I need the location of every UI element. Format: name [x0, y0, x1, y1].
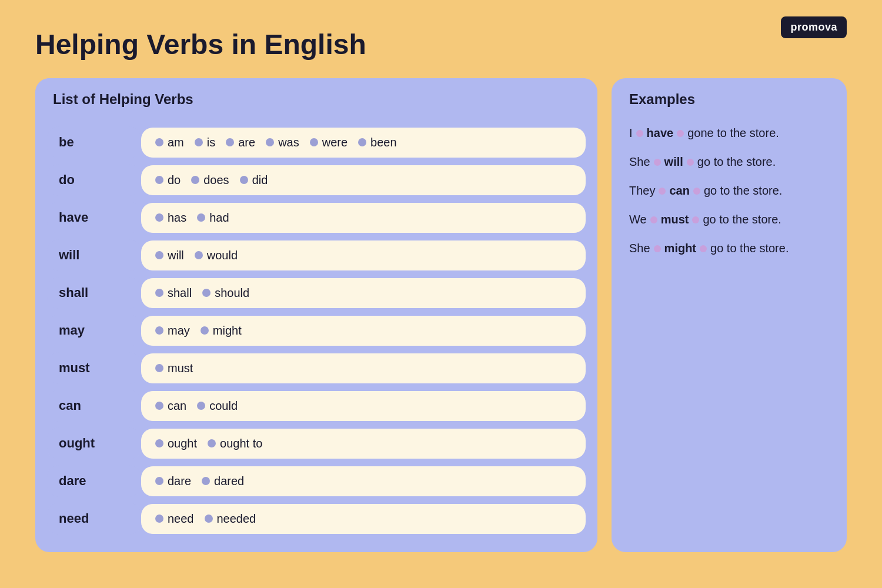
verb-form-item: might — [201, 324, 242, 338]
verb-forms: amisarewaswerebeen — [141, 128, 586, 158]
dot-small-icon — [700, 245, 707, 252]
verb-row: willwillwould — [47, 239, 586, 271]
dot-small-icon — [692, 216, 699, 223]
example-before: They — [629, 184, 655, 198]
verb-row: oughtoughtought to — [47, 427, 586, 459]
dot-icon — [266, 138, 274, 146]
dot-icon — [155, 213, 163, 222]
verb-form-item: do — [155, 173, 181, 187]
left-panel: List of Helping Verbs beamisarewaswerebe… — [35, 78, 597, 552]
example-item: Shemightgo to the store. — [629, 242, 829, 255]
dot-small-icon — [636, 130, 643, 137]
dot-icon — [155, 138, 163, 146]
verb-form-text: does — [203, 173, 229, 187]
verb-forms: needneeded — [141, 504, 586, 534]
verb-label: dare — [47, 465, 141, 497]
verb-form-text: dared — [214, 475, 244, 488]
verb-form-item: had — [197, 211, 229, 225]
verb-forms: oughtought to — [141, 429, 586, 459]
dot-icon — [155, 514, 163, 523]
dot-small-icon — [693, 188, 700, 195]
example-item: Ihavegone to the store. — [629, 126, 829, 140]
verb-form-text: will — [168, 249, 184, 262]
verb-form-item: should — [202, 286, 249, 300]
dot-icon — [202, 477, 210, 485]
verb-form-item: are — [226, 136, 255, 149]
verb-form-text: has — [168, 211, 186, 225]
verb-form-text: could — [209, 399, 238, 413]
example-verb: have — [647, 126, 674, 140]
example-verb: can — [669, 184, 689, 198]
verb-row: mustmust — [47, 352, 586, 384]
dot-small-icon — [687, 159, 694, 166]
verb-form-item: needed — [205, 512, 256, 526]
dot-icon — [155, 477, 163, 485]
verb-label: can — [47, 390, 141, 422]
dot-icon — [202, 289, 211, 297]
dot-icon — [155, 364, 163, 372]
verb-form-text: might — [213, 324, 242, 338]
left-panel-header: List of Helping Verbs — [35, 78, 597, 121]
verb-forms: must — [141, 353, 586, 383]
verb-form-text: had — [209, 211, 229, 225]
verb-label: have — [47, 202, 141, 233]
dot-small-icon — [650, 216, 657, 223]
verb-label: ought — [47, 427, 141, 459]
dot-icon — [197, 402, 205, 410]
verb-form-text: need — [168, 512, 194, 526]
dot-icon — [208, 439, 216, 447]
verb-form-item: were — [310, 136, 348, 149]
verb-row: cancancould — [47, 390, 586, 422]
example-item: Shewillgo to the store. — [629, 155, 829, 169]
right-panel-header: Examples — [612, 78, 847, 121]
dot-icon — [155, 176, 163, 184]
example-verb: might — [664, 242, 696, 255]
verb-form-text: was — [278, 136, 299, 149]
verb-label: must — [47, 352, 141, 384]
verb-forms: maymight — [141, 316, 586, 346]
verb-form-text: ought — [168, 437, 197, 450]
dot-icon — [155, 289, 163, 297]
example-before: I — [629, 126, 633, 140]
dot-icon — [205, 514, 213, 523]
example-item: Wemustgo to the store. — [629, 213, 829, 226]
verb-label: will — [47, 239, 141, 271]
verb-form-item: ought — [155, 437, 197, 450]
verb-form-text: are — [238, 136, 255, 149]
dot-icon — [358, 138, 366, 146]
verb-form-item: must — [155, 362, 193, 375]
verb-form-item: is — [195, 136, 215, 149]
dot-icon — [240, 176, 248, 184]
dot-icon — [197, 213, 205, 222]
dot-icon — [201, 326, 209, 335]
example-after: go to the store. — [697, 155, 776, 169]
example-before: She — [629, 242, 650, 255]
dot-icon — [226, 138, 234, 146]
verb-forms: willwould — [141, 240, 586, 270]
example-before: She — [629, 155, 650, 169]
right-panel-title: Examples — [629, 91, 695, 107]
verb-forms: cancould — [141, 391, 586, 421]
verb-form-item: does — [191, 173, 229, 187]
dot-icon — [195, 138, 203, 146]
verb-form-text: dare — [168, 475, 191, 488]
dot-icon — [155, 439, 163, 447]
verb-form-item: shall — [155, 286, 192, 300]
dot-icon — [155, 326, 163, 335]
dot-small-icon — [654, 245, 661, 252]
verb-row: needneedneeded — [47, 503, 586, 534]
verb-form-item: could — [197, 399, 238, 413]
verb-form-item: been — [358, 136, 397, 149]
example-before: We — [629, 213, 647, 226]
examples-list: Ihavegone to the store.Shewillgo to the … — [612, 121, 847, 261]
verb-form-text: needed — [217, 512, 256, 526]
verb-row: daredaredared — [47, 465, 586, 497]
verb-form-text: must — [168, 362, 193, 375]
verb-forms: dodoesdid — [141, 165, 586, 195]
verb-row: dododoesdid — [47, 164, 586, 196]
verb-form-text: did — [252, 173, 268, 187]
verb-form-text: should — [215, 286, 249, 300]
verb-form-text: do — [168, 173, 181, 187]
verb-form-text: can — [168, 399, 186, 413]
verb-label: need — [47, 503, 141, 534]
